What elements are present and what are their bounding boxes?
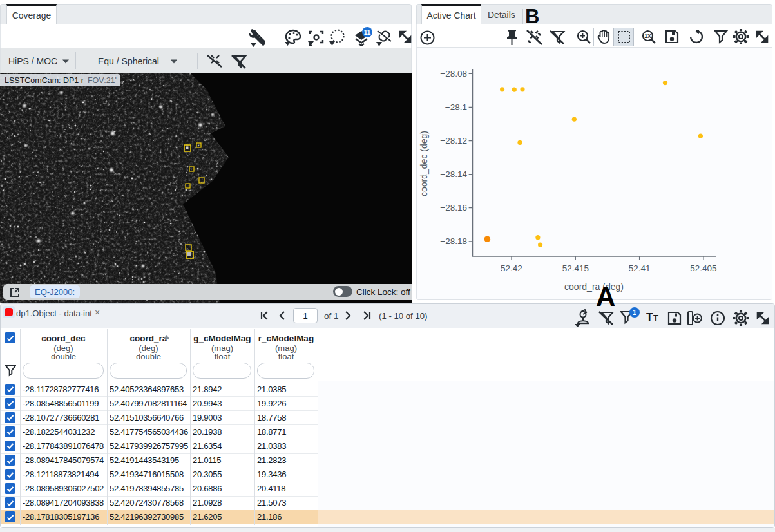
svg-text:1X: 1X: [644, 33, 651, 39]
svg-text:52.405: 52.405: [690, 263, 716, 273]
svg-text:T: T: [646, 311, 653, 323]
svg-text:52.415: 52.415: [562, 263, 589, 273]
svg-text:−28.1: −28.1: [445, 102, 467, 112]
svg-text:52.41: 52.41: [629, 263, 651, 273]
svg-text:−28.18: −28.18: [440, 236, 467, 246]
svg-text:−28.08: −28.08: [440, 69, 467, 79]
svg-text:−28.16: −28.16: [440, 203, 467, 213]
svg-text:coord_dec (deg): coord_dec (deg): [419, 131, 429, 196]
svg-text:−28.14: −28.14: [440, 169, 467, 179]
svg-text:−28.12: −28.12: [440, 136, 467, 146]
svg-text:52.42: 52.42: [501, 263, 522, 273]
svg-text:T: T: [653, 313, 658, 323]
